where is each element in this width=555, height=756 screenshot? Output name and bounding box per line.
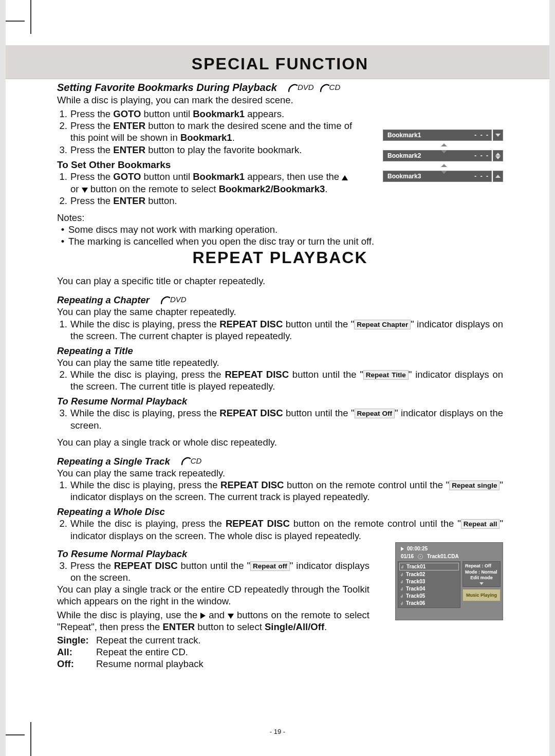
page: SPECIAL FUNCTION Setting Favorite Bookma… bbox=[6, 0, 549, 756]
up-arrow-icon bbox=[441, 143, 447, 146]
bookmark-nav-button bbox=[493, 150, 503, 161]
step-text: Press the ENTER button. bbox=[70, 195, 354, 207]
step-text: Press the GOTO button until Bookmark1 ap… bbox=[70, 171, 354, 194]
step-text: Press the GOTO button until Bookmark1 ap… bbox=[70, 108, 354, 120]
indicator-repeat-title: Repeat Title bbox=[363, 370, 409, 380]
cd-toolkit-osd: 00:00:25 01/16Track01.CDA Track01 Track0… bbox=[395, 542, 503, 620]
toolkit-track-list: Track01 Track02 Track03 Track04 Track05 … bbox=[398, 561, 460, 608]
section-title-repeat: REPEAT PLAYBACK bbox=[57, 247, 503, 268]
toolkit-track-item: Track03 bbox=[399, 578, 459, 585]
step-number: 2. bbox=[57, 120, 70, 143]
bookmark-row: Bookmark3- - - bbox=[383, 171, 492, 182]
step-text: Press the REPEAT DISC button until the "… bbox=[70, 560, 369, 583]
single-disc-intro: You can play a single track or whole dis… bbox=[57, 436, 503, 448]
step-number: 1. bbox=[57, 108, 70, 120]
step-text: While the disc is playing, press the REP… bbox=[70, 518, 503, 541]
right-arrow-icon bbox=[200, 613, 206, 619]
toolkit-track-item: Track01 bbox=[399, 563, 459, 570]
cd-icon: CD bbox=[180, 455, 202, 467]
down-arrow-icon bbox=[441, 150, 447, 153]
dvd-icon: DVD bbox=[287, 82, 314, 94]
repeat-intro: You can play a specific title or chapter… bbox=[57, 275, 503, 287]
step-number: 2. bbox=[57, 518, 70, 541]
toolkit-counter: 01/16 bbox=[401, 554, 414, 559]
down-arrow-icon bbox=[228, 614, 234, 619]
bullet: • bbox=[57, 224, 68, 235]
step-text: Press the ENTER button to play the favor… bbox=[70, 144, 354, 156]
step-number: 1. bbox=[57, 171, 70, 194]
track-intro: You can play the same track repeatedly. bbox=[57, 467, 503, 479]
up-arrow-icon bbox=[441, 164, 447, 167]
down-arrow-icon bbox=[82, 188, 88, 193]
step-text: While the disc is playing, press the REP… bbox=[70, 479, 503, 503]
crop-mark bbox=[30, 0, 31, 34]
indicator-repeat-off2: Repeat off bbox=[250, 561, 290, 571]
sub-repeat-single-track: Repeating a Single Track bbox=[57, 455, 170, 467]
toolkit-file: Track01.CDA bbox=[427, 554, 459, 559]
toolkit-track-item: Track05 bbox=[399, 593, 459, 599]
indicator-repeat-single: Repeat single bbox=[449, 481, 499, 490]
bookmark-nav-button bbox=[493, 130, 503, 141]
chapter-intro: You can play the same chapter repeatedly… bbox=[57, 306, 503, 318]
down-arrow-icon bbox=[441, 171, 447, 174]
def-label-all: All: bbox=[57, 646, 96, 658]
step-text: While the disc is playing, press the REP… bbox=[70, 407, 503, 431]
bookmark-label: Bookmark3 bbox=[387, 173, 421, 180]
bookmark-value: - - - bbox=[474, 132, 489, 139]
dvd-icon: DVD bbox=[160, 294, 187, 306]
up-arrow-icon bbox=[495, 175, 501, 178]
note-icon bbox=[400, 573, 404, 577]
play-icon bbox=[401, 547, 404, 551]
step-text: While the disc is playing, press the REP… bbox=[70, 318, 503, 342]
step-number: 1. bbox=[57, 318, 70, 342]
down-arrow-icon bbox=[495, 156, 501, 159]
bookmarks-intro: While a disc is playing, you can mark th… bbox=[57, 94, 354, 106]
indicator-repeat-all: Repeat all bbox=[461, 519, 500, 529]
step-number: 1. bbox=[57, 479, 70, 503]
step-text: Press the ENTER button to mark the desir… bbox=[70, 120, 354, 143]
indicator-repeat-chapter: Repeat Chapter bbox=[354, 320, 411, 329]
disc-icon bbox=[418, 554, 423, 559]
section-title-special-function: SPECIAL FUNCTION bbox=[57, 53, 503, 74]
def-value-all: Repeat the entire CD. bbox=[96, 646, 188, 658]
def-label-single: Single: bbox=[57, 634, 96, 646]
note-icon bbox=[400, 587, 404, 591]
toolkit-track-item: Track06 bbox=[399, 600, 459, 606]
crop-mark bbox=[30, 722, 31, 756]
subheading-bookmarks: Setting Favorite Bookmarks During Playba… bbox=[57, 81, 277, 94]
bookmark-row: Bookmark2- - - bbox=[383, 150, 492, 161]
crop-mark bbox=[6, 21, 25, 22]
bookmark-value: - - - bbox=[474, 173, 489, 180]
sub-resume-normal: To Resume Normal Playback bbox=[57, 395, 503, 407]
cd-icon: CD bbox=[319, 82, 341, 94]
note-icon bbox=[400, 580, 404, 584]
toolkit-edit-mode: Edit mode bbox=[465, 575, 498, 581]
note-icon bbox=[400, 601, 404, 605]
step-number: 2. bbox=[57, 195, 70, 207]
sub-resume-normal2: To Resume Normal Playback bbox=[57, 548, 369, 560]
note-icon bbox=[401, 565, 405, 569]
sub-repeat-chapter: Repeating a Chapter bbox=[57, 294, 150, 306]
toolkit-text-a: You can play a single track or the entir… bbox=[57, 583, 369, 607]
bookmark-row: Bookmark1- - - bbox=[383, 130, 492, 141]
cd-label: CD bbox=[191, 456, 202, 466]
dvd-label: DVD bbox=[170, 295, 187, 305]
down-arrow-icon bbox=[495, 134, 501, 137]
dvd-label: DVD bbox=[298, 83, 314, 93]
bookmark-osd: Bookmark1- - - Bookmark2- - - Bookmark3-… bbox=[382, 128, 504, 183]
bookmark-label: Bookmark2 bbox=[387, 152, 421, 159]
step-number: 3. bbox=[57, 407, 70, 431]
toolkit-repeat-status: Repeat : Off bbox=[465, 563, 498, 569]
down-arrow-icon bbox=[479, 582, 484, 585]
step-number: 3. bbox=[57, 144, 70, 156]
bookmark-value: - - - bbox=[474, 152, 489, 159]
step-number: 3. bbox=[57, 560, 70, 583]
bookmark-label: Bookmark1 bbox=[387, 132, 421, 139]
step-number: 2. bbox=[57, 368, 70, 392]
def-label-off: Off: bbox=[57, 658, 96, 670]
notes-label: Notes: bbox=[57, 212, 503, 224]
note-icon bbox=[400, 594, 404, 598]
bookmark-nav-button bbox=[493, 171, 503, 182]
toolkit-track-item: Track02 bbox=[399, 571, 459, 578]
sub-repeat-whole-disc: Repeating a Whole Disc bbox=[57, 506, 503, 518]
